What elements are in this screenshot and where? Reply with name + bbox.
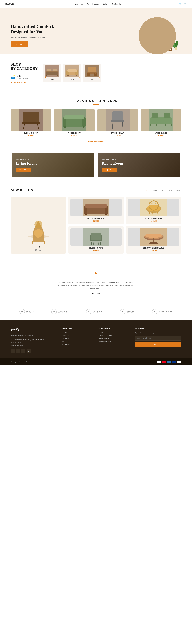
brand-icon-3: T bbox=[120, 309, 125, 314]
testimonial-next[interactable]: › bbox=[185, 281, 187, 284]
payment-icons: VISA MC AMEX PP GPay bbox=[157, 360, 181, 363]
nav-home[interactable]: Home bbox=[73, 3, 78, 5]
testimonial-prev[interactable]: ‹ bbox=[5, 281, 7, 284]
footer-link-home[interactable]: Home bbox=[62, 332, 93, 334]
svg-rect-57 bbox=[85, 208, 107, 214]
brand-icon-2: ⌂ bbox=[86, 309, 91, 314]
payment-amex: AMEX bbox=[167, 360, 171, 363]
filter-all[interactable]: All bbox=[145, 189, 149, 192]
svg-rect-21 bbox=[67, 75, 68, 76]
footer-cs-faqs[interactable]: FAQs bbox=[99, 332, 130, 334]
promo-dining-tag: 30% OFF ALL ORDER bbox=[102, 158, 176, 160]
footer-cs-shipping[interactable]: Shipping & Returns bbox=[99, 335, 130, 337]
svg-rect-20 bbox=[67, 70, 77, 72]
cat-card-bed[interactable]: Bed bbox=[43, 64, 61, 82]
all-categories-link[interactable]: ALL CATEGORIES → bbox=[11, 82, 27, 83]
cat-label-sofa: Sofa bbox=[70, 78, 74, 80]
footer-link-gallery[interactable]: Gallery bbox=[62, 341, 93, 342]
see-all-link[interactable]: ⊕ See All Products bbox=[88, 140, 104, 142]
trending-section: TRENDING THIS WEEK ELEGANT CHAIR $199.00 bbox=[0, 92, 192, 150]
svg-rect-49 bbox=[164, 114, 170, 118]
prod-card-0[interactable]: MEGA 2 SEATER SOFA $199.00 bbox=[68, 197, 124, 224]
search-icon[interactable]: 🔍 bbox=[179, 2, 182, 5]
brand-name-1: S.SALVA bbox=[58, 310, 68, 312]
newsletter-email-input[interactable] bbox=[135, 336, 181, 340]
svg-rect-28 bbox=[94, 73, 95, 76]
svg-rect-14 bbox=[46, 71, 58, 72]
footer-link-about[interactable]: About Us bbox=[62, 335, 93, 337]
trend-name-0: ELEGANT CHAIR bbox=[11, 132, 51, 134]
nav-about[interactable]: About Us bbox=[81, 3, 88, 5]
payment-paypal: PP bbox=[172, 360, 176, 363]
nav-contact[interactable]: Contact Us bbox=[112, 3, 121, 5]
prod-name-0: MEGA 2 SEATER SOFA bbox=[70, 218, 122, 220]
brand-name-0: GRAPHIC bbox=[26, 310, 34, 312]
footer-grid: gezellig. Handcrafted furniture for your… bbox=[11, 328, 181, 353]
footer-contact: 123, Street Name, Area Name, City/State/… bbox=[11, 338, 57, 347]
logo-underline bbox=[5, 6, 13, 6]
prod-price-0: $199.00 bbox=[70, 220, 122, 222]
hero-headline: Handcrafted Comfort, Designed for You bbox=[11, 24, 96, 34]
svg-rect-52 bbox=[156, 124, 157, 126]
svg-rect-43 bbox=[111, 120, 124, 122]
all-items-card[interactable]: All 20 items bbox=[11, 197, 66, 254]
svg-rect-27 bbox=[89, 73, 90, 76]
trend-card-2[interactable]: STYLISH CHAIR $199.00 bbox=[97, 110, 138, 136]
new-design-header: NEW DESIGN All Table Bed Sofa Chair bbox=[11, 188, 181, 193]
svg-rect-31 bbox=[22, 122, 40, 124]
stat-number: 200+ bbox=[17, 74, 29, 78]
testimonial-text: Lorem ipsum dolor sit amet, consectetur … bbox=[56, 281, 136, 290]
filter-bed[interactable]: Bed bbox=[160, 189, 165, 192]
new-design-title: NEW DESIGN bbox=[11, 188, 33, 192]
hero-image bbox=[96, 16, 181, 54]
footer-quick-links-list: Home About Us Products Gallery Contact U… bbox=[62, 332, 93, 346]
footer-cs-terms[interactable]: Terms of Service bbox=[99, 341, 130, 342]
payment-gpay: GPay bbox=[177, 360, 181, 363]
brand-sub-0: STUDIO bbox=[26, 312, 34, 313]
brand-name-4: GOLDEN STUDIO bbox=[159, 311, 173, 312]
see-all: ⊕ See All Products bbox=[11, 140, 181, 142]
filter-table[interactable]: Table bbox=[151, 189, 158, 192]
footer-phone: (123) 456-7890 bbox=[11, 341, 57, 344]
trend-img-1 bbox=[54, 110, 95, 131]
svg-rect-62 bbox=[105, 214, 107, 215]
trend-card-1[interactable]: WOODEN SOFA $199.00 bbox=[54, 110, 95, 136]
footer-cs-privacy[interactable]: Privacy Policy bbox=[99, 338, 130, 340]
nav-products[interactable]: Products bbox=[92, 3, 99, 5]
social-facebook[interactable]: f bbox=[11, 349, 15, 353]
brand-name-3: TRAVEL bbox=[127, 310, 134, 312]
footer-brand-col: gezellig. Handcrafted furniture for your… bbox=[11, 328, 57, 353]
social-instagram[interactable]: in bbox=[21, 349, 25, 353]
svg-rect-60 bbox=[85, 204, 107, 208]
cart-icon[interactable]: 🛒 bbox=[184, 2, 187, 5]
prod-card-3[interactable]: ELEGANT DINING TABLE $199.00 bbox=[126, 226, 181, 254]
svg-rect-42 bbox=[112, 112, 123, 121]
hero-text: Handcrafted Comfort, Designed for You Di… bbox=[11, 24, 96, 46]
footer-desc: Handcrafted furniture for your home bbox=[11, 334, 57, 336]
bed-dot bbox=[45, 76, 46, 78]
prod-card-2[interactable]: STYLISH CHAIRS $199.00 bbox=[68, 226, 124, 254]
newsletter-submit-btn[interactable]: Sign Up → bbox=[135, 342, 181, 347]
nav-links: Home About Us Products Gallery Contact U… bbox=[73, 3, 121, 5]
footer-newsletter-col: Newsletter Sign up to receive the latest… bbox=[135, 328, 181, 353]
trend-card-3[interactable]: WOODEN BED $199.00 bbox=[141, 110, 181, 136]
social-youtube[interactable]: ▶ bbox=[27, 349, 31, 353]
svg-rect-15 bbox=[46, 75, 47, 76]
brand-icon-4: ✦ bbox=[152, 309, 157, 314]
svg-point-86 bbox=[149, 242, 158, 244]
promo-dining-btn[interactable]: Shop Now → bbox=[102, 168, 117, 172]
hero-cta-button[interactable]: Shop Now → bbox=[11, 41, 28, 46]
trend-name-2: STYLISH CHAIR bbox=[97, 132, 138, 134]
footer-link-contact[interactable]: Contact Us bbox=[62, 344, 93, 346]
promo-living-btn[interactable]: Shop Now → bbox=[16, 168, 31, 172]
filter-chair[interactable]: Chair bbox=[175, 189, 181, 192]
nav-gallery[interactable]: Gallery bbox=[103, 3, 108, 5]
social-twitter[interactable]: t bbox=[16, 349, 20, 353]
prod-card-1[interactable]: SLIM DINING CHAIR $199.00 bbox=[126, 197, 181, 224]
filter-sofa[interactable]: Sofa bbox=[167, 189, 173, 192]
cat-card-sofa[interactable]: Sofa bbox=[63, 64, 81, 82]
cat-card-chair[interactable]: Chair bbox=[83, 64, 101, 82]
trend-card-0[interactable]: ELEGANT CHAIR $199.00 bbox=[11, 110, 51, 136]
footer-link-products[interactable]: Products bbox=[62, 338, 93, 340]
logo[interactable]: gezellig. bbox=[5, 2, 15, 6]
